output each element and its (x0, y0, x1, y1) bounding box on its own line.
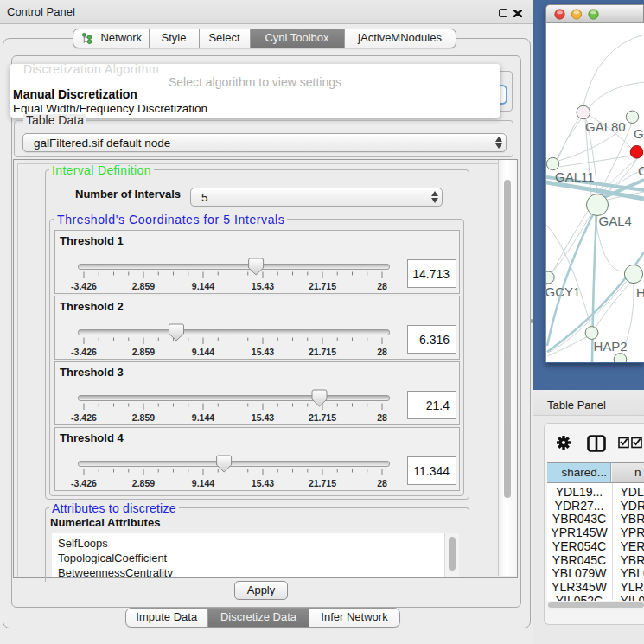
svg-text:H: H (636, 285, 644, 300)
svg-text:HAP2: HAP2 (594, 339, 628, 354)
svg-text:C: C (638, 163, 644, 178)
svg-text:GA: GA (634, 126, 644, 141)
svg-text:GCY1: GCY1 (546, 284, 580, 299)
svg-text:GAL80: GAL80 (585, 119, 626, 134)
svg-text:GAL11: GAL11 (555, 169, 595, 184)
svg-text:GAL4: GAL4 (599, 214, 632, 228)
